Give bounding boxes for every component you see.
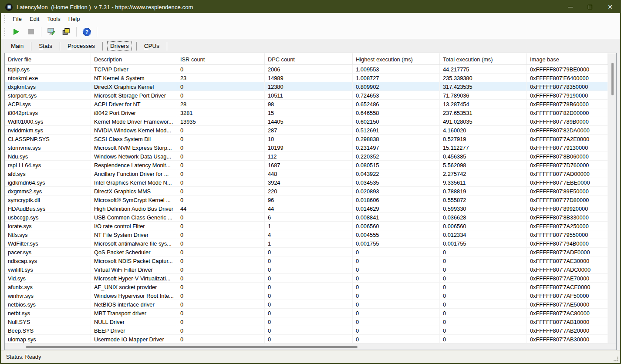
table-cell: 0xFFFFF807'89920000 — [527, 204, 608, 212]
help-button[interactable]: ? — [80, 26, 93, 37]
table-cell: 0.006560 — [353, 222, 440, 230]
table-cell: 0 — [265, 265, 353, 273]
table-row-netbios.sys[interactable]: netbios.sysNetBIOS interface driver00000… — [5, 300, 608, 309]
table-row-vwififlt.sys[interactable]: vwififlt.sysVirtual WiFi Filter Driver00… — [5, 265, 608, 274]
menubar-gripper[interactable] — [4, 15, 6, 23]
table-row-ntoskrnl.exe[interactable]: ntoskrnl.exeNT Kernel & System23149891.0… — [5, 74, 608, 82]
vertical-scrollbar[interactable] — [608, 53, 616, 344]
column-header-description[interactable]: Description — [91, 53, 177, 64]
menu-item-edit[interactable]: Edit — [26, 14, 43, 24]
table-row-Ntfs.sys[interactable]: Ntfs.sysNT File System Driver040.0045550… — [5, 230, 608, 239]
table-cell: 0.001755 — [440, 239, 527, 247]
table-row-pacer.sys[interactable]: pacer.sysQoS Packet Scheduler00000xFFFFF… — [5, 248, 608, 256]
table-cell: 0 — [353, 300, 440, 308]
table-cell: 0 — [177, 256, 265, 265]
menu-item-file[interactable]: File — [9, 14, 26, 24]
windows-button[interactable] — [60, 26, 73, 37]
table-cell: Microsoft® SymCrypt Kernel ... — [91, 195, 177, 204]
maximize-button[interactable] — [580, 1, 600, 13]
table-row-ndiscap.sys[interactable]: ndiscap.sysMicrosoft NDIS Packet Captur.… — [5, 256, 608, 265]
table-row-WdFilter.sys[interactable]: WdFilter.sysMicrosoft antimalware file s… — [5, 239, 608, 248]
table-row-ACPI.sys[interactable]: ACPI.sysACPI Driver for NT28980.65248613… — [5, 100, 608, 108]
table-row-dxgmms2.sys[interactable]: dxgmms2.sysDirectX Graphics MMS02200.020… — [5, 187, 608, 195]
stop-icon — [28, 29, 34, 34]
table-row-rspLLL64.sys[interactable]: rspLLL64.sysResplendence Latency Monit..… — [5, 161, 608, 169]
column-header-total-execution-ms[interactable]: Total execution (ms) — [440, 53, 527, 64]
table-cell: 4 — [265, 230, 353, 239]
table-row-Wdf01000.sys[interactable]: Wdf01000.sysKernel Mode Driver Framewor.… — [5, 117, 608, 126]
table-cell: 0 — [440, 317, 527, 326]
minimize-button[interactable] — [560, 1, 580, 13]
table-row-usbccgp.sys[interactable]: usbccgp.sysUSB Common Class Generic ...0… — [5, 213, 608, 222]
resize-grip-icon[interactable] — [613, 356, 619, 362]
table-row-winhvr.sys[interactable]: winhvr.sysWindows Hypervisor Root Inte..… — [5, 291, 608, 300]
table-row-symcryptk.dll[interactable]: symcryptk.dllMicrosoft® SymCrypt Kernel … — [5, 195, 608, 204]
table-cell: 0.809902 — [353, 82, 440, 91]
table-cell: 0xFFFFF807'8B060000 — [527, 152, 608, 160]
table-cell: Microsoft antimalware file sys... — [91, 239, 177, 247]
table-row-iorate.sys[interactable]: iorate.sysI/O rate control Filter010.006… — [5, 222, 608, 230]
titlebar: LatencyMon (Home Edition ) v 7.31 - http… — [1, 1, 620, 13]
tab-drivers[interactable]: Drivers — [105, 40, 135, 52]
tab-stats[interactable]: Stats — [33, 40, 58, 52]
table-row-tcpip.sys[interactable]: tcpip.sysTCP/IP Driver020061.00955344.21… — [5, 65, 608, 74]
tab-processes[interactable]: Processes — [62, 40, 101, 52]
tab-cpus[interactable]: CPUs — [138, 40, 165, 52]
table-row-Beep.SYS[interactable]: Beep.SYSBEEP Driver00000xFFFFF807'7AB200… — [5, 326, 608, 335]
table-cell: rspLLL64.sys — [5, 161, 91, 169]
toolbar-gripper[interactable] — [4, 28, 6, 36]
table-cell: 0 — [353, 274, 440, 282]
table-row-afd.sys[interactable]: afd.sysAncillary Function Driver for ...… — [5, 169, 608, 178]
table-cell: 0 — [353, 326, 440, 334]
horizontal-scrollbar[interactable] — [5, 344, 616, 350]
menu-item-help[interactable]: Help — [64, 14, 84, 24]
table-cell: 13935 — [177, 117, 265, 125]
column-header-image-base[interactable]: Image base — [527, 53, 608, 64]
stop-monitor-button[interactable] — [24, 26, 37, 37]
drivers-panel: Driver fileDescriptionISR countDPC count… — [1, 53, 620, 350]
analyze-button[interactable] — [45, 26, 58, 37]
table-row-netbt.sys[interactable]: netbt.sysMBT Transport driver00000xFFFFF… — [5, 309, 608, 317]
column-header-dpc-count[interactable]: DPC count — [265, 53, 353, 64]
table-row-i8042prt.sys[interactable]: i8042prt.sysi8042 Port Driver3281150.646… — [5, 108, 608, 117]
table-cell: 0xFFFFF807'8B330000 — [527, 213, 608, 221]
analyze-monitor-icon — [47, 27, 56, 36]
table-cell: 0 — [353, 248, 440, 256]
table-row-dxgkrnl.sys[interactable]: dxgkrnl.sysDirectX Graphics Kernel012380… — [5, 82, 608, 91]
table-row-uiomap.sys[interactable]: uiomap.sysUsermode IO Mapper Driver00000… — [5, 335, 608, 344]
app-icon — [5, 3, 13, 11]
menu-item-tools[interactable]: Tools — [43, 14, 64, 24]
window-controls: ✕ — [560, 1, 620, 13]
table-row-nvlddmkm.sys[interactable]: nvlddmkm.sysNVIDIA Windows Kernel Mod...… — [5, 126, 608, 135]
table-row-afunix.sys[interactable]: afunix.sysAF_UNIX socket provider00000xF… — [5, 283, 608, 291]
table-row-Null.SYS[interactable]: Null.SYSNULL Driver00000xFFFFF807'7AB100… — [5, 317, 608, 326]
table-row-CLASSPNP.SYS[interactable]: CLASSPNP.SYSSCSI Class System Dll0100.29… — [5, 135, 608, 143]
table-cell: 0xFFFFF807'7AB20000 — [527, 326, 608, 334]
table-cell: 0.456385 — [440, 152, 527, 160]
tab-separator — [102, 42, 103, 51]
column-header-isr-count[interactable]: ISR count — [177, 53, 265, 64]
table-cell: 1 — [265, 222, 353, 230]
table-cell: TCP/IP Driver — [91, 65, 177, 73]
table-row-storport.sys[interactable]: storport.sysMicrosoft Storage Port Drive… — [5, 91, 608, 100]
table-cell: NULL Driver — [91, 317, 177, 326]
horizontal-scrollbar-thumb[interactable] — [26, 346, 358, 348]
table-row-igdkmdn64.sys[interactable]: igdkmdn64.sysIntel Graphics Kernel Mode … — [5, 178, 608, 187]
table-row-stornvme.sys[interactable]: stornvme.sysMicrosoft NVM Express Storp.… — [5, 143, 608, 152]
column-header-highest-execution-ms[interactable]: Highest execution (ms) — [353, 53, 440, 64]
vertical-scrollbar-thumb[interactable] — [611, 63, 614, 95]
tab-main[interactable]: Main — [5, 40, 29, 52]
table-row-Ndu.sys[interactable]: Ndu.sysWindows Network Data Usag...01120… — [5, 152, 608, 161]
table-cell: 0xFFFFF807'7EBE0000 — [527, 178, 608, 186]
table-cell: 0 — [265, 274, 353, 282]
table-cell: Microsoft Storage Port Driver — [91, 91, 177, 99]
toolbar-separator — [76, 27, 77, 37]
table-cell: 0 — [177, 82, 265, 91]
close-button[interactable]: ✕ — [600, 1, 620, 13]
table-cell: 0xFFFFF807'79BE0000 — [527, 65, 608, 73]
table-row-Vid.sys[interactable]: Vid.sysMicrosoft Hyper-V Virtualizati...… — [5, 274, 608, 283]
table-row-HDAudBus.sys[interactable]: HDAudBus.sysHigh Definition Audio Bus Dr… — [5, 204, 608, 213]
table-cell: HDAudBus.sys — [5, 204, 91, 212]
start-monitor-button[interactable] — [10, 26, 23, 37]
column-header-driver-file[interactable]: Driver file — [5, 53, 91, 64]
